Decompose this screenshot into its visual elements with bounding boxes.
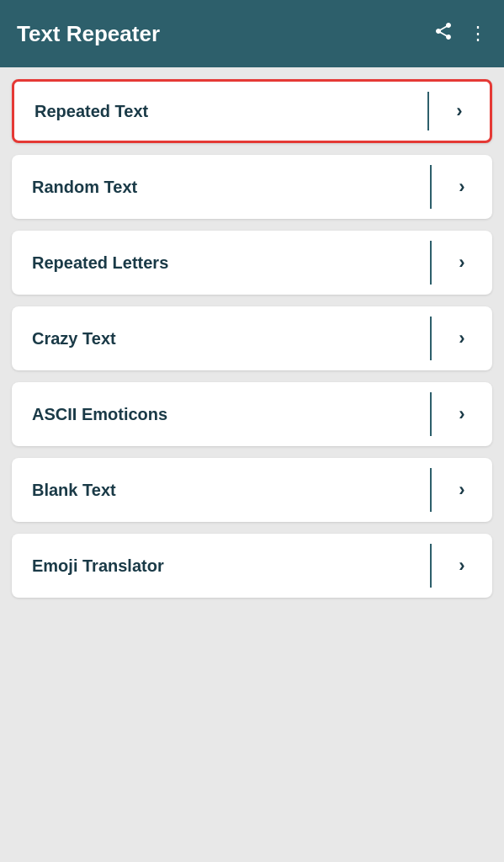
menu-item-repeated-letters[interactable]: Repeated Letters› bbox=[12, 231, 492, 295]
menu-item-ascii-emoticons[interactable]: ASCII Emoticons› bbox=[12, 382, 492, 446]
more-options-icon[interactable]: ⋮ bbox=[469, 23, 487, 45]
header-actions: ⋮ bbox=[433, 21, 487, 46]
chevron-right-icon-repeated-text: › bbox=[429, 82, 490, 141]
menu-item-label-random-text: Random Text bbox=[12, 155, 430, 219]
menu-item-crazy-text[interactable]: Crazy Text› bbox=[12, 306, 492, 370]
app-title: Text Repeater bbox=[17, 21, 160, 47]
chevron-right-icon-repeated-letters: › bbox=[432, 231, 492, 295]
menu-item-emoji-translator[interactable]: Emoji Translator› bbox=[12, 534, 492, 598]
menu-item-label-crazy-text: Crazy Text bbox=[12, 306, 430, 370]
menu-item-random-text[interactable]: Random Text› bbox=[12, 155, 492, 219]
app-header: Text Repeater ⋮ bbox=[0, 0, 504, 67]
chevron-right-icon-crazy-text: › bbox=[432, 306, 492, 370]
menu-item-label-emoji-translator: Emoji Translator bbox=[12, 534, 430, 598]
menu-item-label-blank-text: Blank Text bbox=[12, 458, 430, 522]
chevron-right-icon-emoji-translator: › bbox=[432, 534, 492, 598]
chevron-right-icon-ascii-emoticons: › bbox=[432, 382, 492, 446]
menu-list: Repeated Text›Random Text›Repeated Lette… bbox=[0, 67, 504, 598]
menu-item-label-repeated-text: Repeated Text bbox=[14, 82, 427, 141]
chevron-right-icon-random-text: › bbox=[432, 155, 492, 219]
chevron-right-icon-blank-text: › bbox=[432, 458, 492, 522]
menu-item-repeated-text[interactable]: Repeated Text› bbox=[12, 79, 492, 143]
menu-item-blank-text[interactable]: Blank Text› bbox=[12, 458, 492, 522]
share-icon[interactable] bbox=[433, 21, 454, 46]
menu-item-label-ascii-emoticons: ASCII Emoticons bbox=[12, 382, 430, 446]
menu-item-label-repeated-letters: Repeated Letters bbox=[12, 231, 430, 295]
